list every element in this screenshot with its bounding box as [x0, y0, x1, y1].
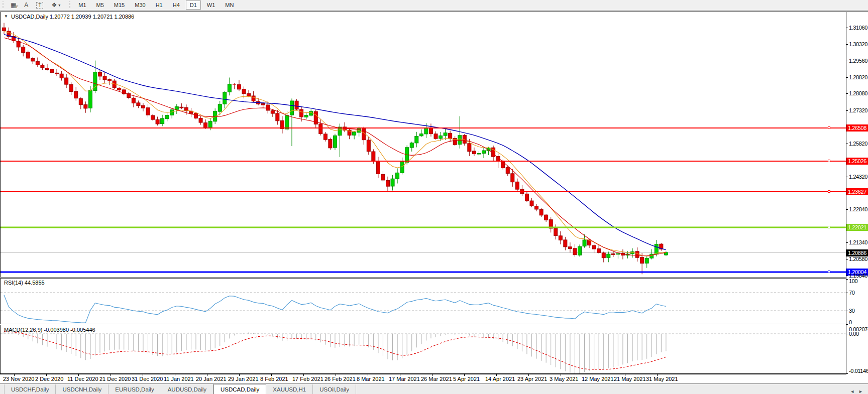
timeframe-button-h4[interactable]: H4	[169, 1, 184, 10]
timeframe-buttons: M1M5M15M30H1H4D1W1MN	[73, 1, 239, 10]
timeframe-button-mn[interactable]: MN	[221, 1, 238, 10]
styles-button-icon: ❖	[51, 2, 57, 9]
chart-tab-usdcnh-daily[interactable]: USDCNH,Daily	[56, 384, 108, 394]
date-axis-label: 3 May 2021	[550, 376, 578, 382]
date-axis-label: 12 May 2021	[582, 376, 614, 382]
chart-tab-usoil-daily[interactable]: USOil,Daily	[313, 384, 356, 394]
timeframe-button-m1[interactable]: M1	[74, 1, 90, 10]
symbol-dropdown-arrow[interactable]: ▼	[4, 14, 8, 19]
date-axis-label: 21 Dec 2020	[99, 376, 131, 382]
styles-button[interactable]: ❖▾	[48, 1, 63, 10]
macd-label: MACD(12,26,9) -0.003980 -0.005446	[4, 327, 95, 333]
macd-tick	[846, 334, 848, 334]
rsi-axis-label: 0	[849, 319, 868, 325]
toolbar: ▦FAT❖▾ M1M5M15M30H1H4D1W1MN	[0, 0, 868, 11]
chart-tab-usdcad-daily[interactable]: USDCAD,Daily	[213, 384, 266, 394]
chart-border-left	[0, 12, 1, 374]
level-badge-1.22021: 1.22021	[846, 224, 868, 231]
timeframe-button-m5[interactable]: M5	[92, 1, 108, 10]
rsi-axis-label: 30	[849, 308, 868, 314]
toolbar-tools: ▦FAT❖▾	[7, 1, 64, 10]
date-axis-label: 11 Dec 2020	[67, 376, 98, 382]
tab-scroll-left-icon[interactable]: ◄	[850, 389, 854, 394]
price-axis-label: 1.29560	[849, 58, 868, 64]
price-tick	[846, 259, 848, 259]
date-axis-label: 23 Apr 2021	[517, 376, 547, 382]
pane-splitter-macd[interactable]	[0, 324, 846, 325]
price-axis-label: 1.28080	[849, 90, 868, 96]
terminal-window: ▦FAT❖▾ M1M5M15M30H1H4D1W1MN ▼ USDCAD,Dai…	[0, 0, 868, 394]
chart-tab-xauusd-h1[interactable]: XAUUSD,H1	[266, 384, 313, 394]
price-tick	[846, 144, 848, 144]
level-line-handle[interactable]	[828, 160, 830, 162]
chart-tab-usdchf-daily[interactable]: USDCHF,Daily	[4, 384, 56, 394]
price-axis-label: 1.24320	[849, 174, 868, 180]
templates-button-icon: ▦	[11, 2, 16, 9]
price-axis-label: 1.27320	[849, 107, 868, 113]
date-axis-label: 20 Jan 2021	[196, 376, 227, 382]
chart-tab-eurusd-daily[interactable]: EURUSD,Daily	[108, 384, 161, 394]
date-axis-label: 31 May 2021	[646, 376, 678, 382]
chart-tab-audusd-daily[interactable]: AUDUSD,Daily	[161, 384, 213, 394]
level-line-handle[interactable]	[828, 126, 830, 129]
level-badge-1.25026: 1.25026	[846, 158, 868, 165]
chart-window[interactable]	[0, 12, 868, 374]
tab-scroll-buttons: ◄ ►	[850, 389, 868, 394]
tab-scroll-right-icon[interactable]: ►	[858, 389, 863, 394]
rsi-axis-label: 70	[849, 290, 868, 296]
timeframe-button-d1[interactable]: D1	[186, 1, 201, 10]
date-axis-label: 8 Feb 2021	[260, 376, 288, 382]
date-axis-label: 26 Mar 2021	[421, 376, 452, 382]
price-axis-label: 1.22840	[849, 206, 868, 212]
rsi-axis-label: 100	[849, 278, 868, 284]
cursor-button[interactable]: A	[21, 1, 31, 10]
current-price-badge: 1.20886	[846, 249, 868, 256]
level-line-handle[interactable]	[828, 190, 830, 193]
toolbar-grip-2[interactable]	[68, 2, 72, 9]
date-axis-label: 8 Mar 2021	[357, 376, 385, 382]
date-axis-label: 26 Feb 2021	[324, 376, 356, 382]
price-axis-label: 1.30320	[849, 41, 868, 47]
price-tick	[846, 93, 848, 94]
templates-button[interactable]: ▦F	[8, 1, 19, 10]
price-axis-label: 1.20580	[849, 256, 868, 262]
level-badge-1.23627: 1.23627	[846, 188, 868, 195]
toolbar-grip[interactable]	[2, 2, 5, 9]
date-axis-label: 14 Apr 2021	[485, 376, 515, 382]
macd-axis-label: 0.00	[849, 331, 868, 337]
level-badge-1.26508: 1.26508	[846, 124, 868, 132]
rsi-tick	[846, 293, 848, 293]
timeframe-button-w1[interactable]: W1	[203, 1, 220, 10]
level-line-handle[interactable]	[828, 271, 830, 273]
date-axis-label: 17 Feb 2021	[292, 376, 323, 382]
price-tick	[846, 276, 848, 276]
icon-badge: F	[16, 5, 18, 9]
price-tick	[846, 209, 848, 210]
price-tick	[846, 28, 848, 28]
timeframe-button-m30[interactable]: M30	[131, 1, 149, 10]
date-axis-label: 29 Jan 2021	[228, 376, 259, 382]
price-tick	[846, 177, 848, 177]
chart-border-bottom	[0, 373, 846, 374]
timeframe-button-m15[interactable]: M15	[110, 1, 129, 10]
date-axis-label: 23 Nov 2020	[3, 376, 34, 382]
price-tick	[846, 242, 848, 243]
rsi-tick	[846, 324, 848, 325]
date-axis-label: 2 Dec 2020	[35, 376, 63, 382]
price-axis-label: 1.31060	[849, 25, 868, 31]
pane-splitter-rsi[interactable]	[0, 277, 846, 279]
chart-title-ohlc: USDCAD,Daily 1.20772 1.20939 1.20721 1.2…	[11, 14, 134, 20]
macd-tick	[846, 327, 848, 327]
rsi-tick	[846, 279, 848, 280]
price-tick	[846, 61, 848, 61]
price-axis-label: 1.28820	[849, 74, 868, 80]
chart-tab-bar: USDCHF,DailyUSDCNH,DailyEURUSD,DailyAUDU…	[0, 383, 868, 394]
text-label-button-icon: T	[36, 2, 43, 9]
level-line-handle[interactable]	[828, 226, 830, 228]
date-axis-label: 31 Dec 2020	[132, 376, 163, 382]
price-tick	[846, 77, 848, 78]
timeframe-button-h1[interactable]: H1	[152, 1, 167, 10]
rsi-label: RSI(14) 44.5855	[4, 280, 45, 286]
text-label-button[interactable]: T	[33, 1, 46, 10]
cursor-button-icon: A	[24, 2, 28, 9]
